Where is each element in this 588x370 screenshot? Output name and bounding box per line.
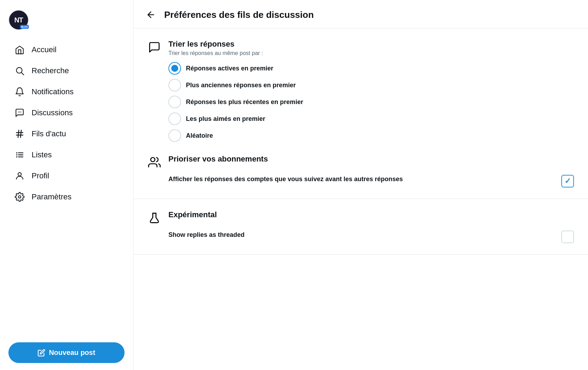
experimental-checkbox[interactable]	[561, 231, 574, 243]
home-icon	[14, 44, 25, 55]
prioritize-checkbox-text: Afficher les réponses des comptes que vo…	[168, 175, 554, 184]
person-icon	[14, 170, 25, 181]
nav-items: Accueil Recherche Notifications	[8, 40, 125, 334]
sort-section-title: Trier les réponses	[168, 40, 263, 49]
hashtag-icon	[14, 128, 25, 139]
back-arrow-icon	[146, 10, 156, 20]
sidebar-item-listes[interactable]: Listes	[8, 145, 125, 165]
radio-option-random[interactable]: Aléatoire	[168, 129, 574, 142]
logo-badge: BLOG	[20, 25, 29, 29]
experimental-checkbox-row: Show replies as threaded	[168, 231, 574, 243]
flask-icon	[147, 211, 161, 225]
sidebar-item-parametres[interactable]: Paramètres	[8, 187, 125, 207]
sort-section-subtitle: Trier les réponses au même post par :	[168, 50, 263, 56]
svg-point-10	[16, 154, 18, 156]
logo-area: NT BLOG	[8, 7, 125, 33]
sidebar: NT BLOG Accueil Recherche	[0, 0, 133, 370]
sidebar-item-label-discussions: Discussions	[32, 108, 73, 117]
svg-point-11	[16, 156, 18, 158]
sort-radio-group: Réponses actives en premier Plus ancienn…	[168, 62, 574, 142]
sort-section-info: Trier les réponses Trier les réponses au…	[168, 40, 263, 56]
search-icon	[14, 65, 25, 76]
radio-option-liked[interactable]: Les plus aimés en premier	[168, 112, 574, 125]
prioritize-subsection: Prioriser vos abonnements Afficher les r…	[147, 155, 574, 187]
sidebar-item-label-notifications: Notifications	[32, 87, 74, 96]
sidebar-item-notifications[interactable]: Notifications	[8, 82, 125, 102]
sidebar-item-fils-actu[interactable]: Fils d'actu	[8, 124, 125, 144]
svg-line-7	[18, 130, 19, 138]
svg-point-3	[19, 112, 20, 112]
new-post-label: Nouveau post	[49, 349, 95, 357]
svg-point-18	[151, 158, 155, 162]
checkmark-icon: ✓	[564, 177, 571, 186]
svg-point-15	[18, 173, 21, 176]
radio-label-liked: Les plus aimés en premier	[186, 115, 265, 123]
new-post-button[interactable]: Nouveau post	[8, 342, 125, 363]
radio-circle-liked[interactable]	[168, 112, 181, 125]
radio-label-newest: Réponses les plus récentes en premier	[186, 98, 303, 106]
bell-icon	[14, 86, 25, 97]
back-button[interactable]	[145, 8, 157, 21]
radio-circle-random[interactable]	[168, 129, 181, 142]
chat-icon	[14, 107, 25, 118]
sort-section: Trier les réponses Trier les réponses au…	[133, 28, 588, 199]
radio-option-newest[interactable]: Réponses les plus récentes en premier	[168, 96, 574, 108]
sidebar-item-label-fils-actu: Fils d'actu	[32, 129, 66, 138]
sidebar-item-label-profil: Profil	[32, 171, 49, 180]
sort-icon	[147, 40, 161, 54]
radio-label-active: Réponses actives en premier	[186, 65, 273, 72]
prioritize-checkbox-row: Afficher les réponses des comptes que vo…	[168, 175, 574, 187]
logo: NT BLOG	[8, 10, 29, 30]
prioritize-section-header: Prioriser vos abonnements	[147, 155, 574, 169]
experimental-section: Expérimental Show replies as threaded	[133, 199, 588, 255]
prioritize-checkbox[interactable]: ✓	[561, 175, 574, 187]
sidebar-item-label-accueil: Accueil	[32, 45, 56, 54]
gear-icon	[14, 191, 25, 203]
logo-text: NT	[14, 16, 23, 24]
svg-point-2	[18, 112, 19, 112]
sidebar-item-label-recherche: Recherche	[32, 66, 69, 75]
list-icon	[14, 149, 25, 160]
svg-point-9	[16, 152, 18, 153]
sidebar-item-accueil[interactable]: Accueil	[8, 40, 125, 60]
radio-circle-oldest[interactable]	[168, 79, 181, 91]
sidebar-item-discussions[interactable]: Discussions	[8, 103, 125, 123]
radio-label-oldest: Plus anciennes réponses en premier	[186, 82, 296, 89]
page-header: Préférences des fils de discussion	[133, 0, 588, 28]
svg-point-16	[19, 196, 21, 198]
radio-circle-newest[interactable]	[168, 96, 181, 108]
experimental-checkbox-text: Show replies as threaded	[168, 231, 554, 239]
sidebar-item-profil[interactable]: Profil	[8, 166, 125, 186]
people-icon	[147, 155, 161, 169]
experimental-section-title: Expérimental	[168, 210, 217, 219]
main-content: Préférences des fils de discussion Trier…	[133, 0, 588, 370]
radio-option-active[interactable]: Réponses actives en premier	[168, 62, 574, 75]
radio-circle-active[interactable]	[168, 62, 181, 75]
radio-label-random: Aléatoire	[186, 132, 213, 139]
sidebar-item-label-listes: Listes	[32, 150, 52, 159]
svg-line-8	[20, 130, 21, 138]
sidebar-item-label-parametres: Paramètres	[32, 192, 72, 201]
edit-icon	[38, 349, 45, 357]
page-title: Préférences des fils de discussion	[164, 9, 314, 20]
sort-section-header: Trier les réponses Trier les réponses au…	[147, 40, 574, 56]
sidebar-item-recherche[interactable]: Recherche	[8, 61, 125, 81]
svg-line-1	[21, 73, 24, 75]
svg-point-4	[20, 112, 21, 112]
prioritize-section-title: Prioriser vos abonnements	[168, 155, 268, 164]
experimental-section-header: Expérimental	[147, 210, 574, 225]
radio-option-oldest[interactable]: Plus anciennes réponses en premier	[168, 79, 574, 91]
